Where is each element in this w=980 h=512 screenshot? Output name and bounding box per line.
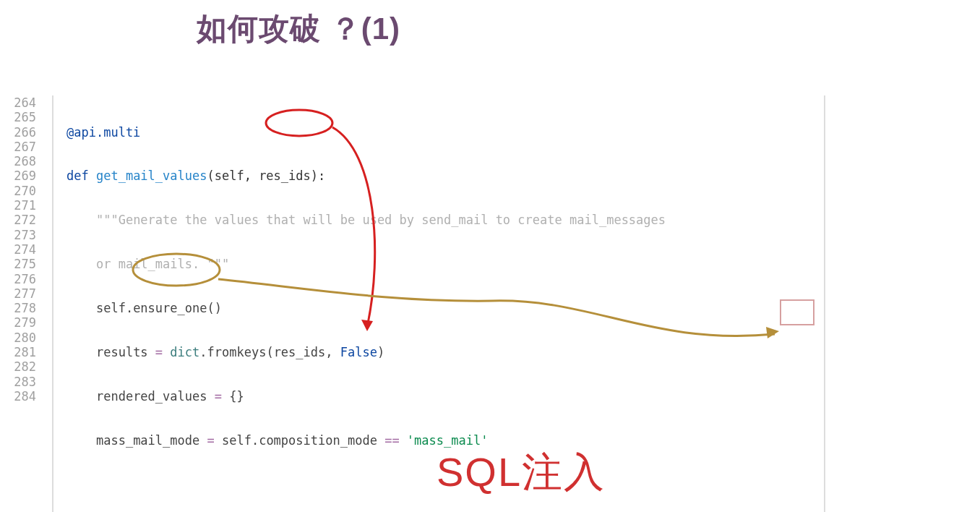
code-line: @api.multi — [66, 125, 824, 140]
line-number: 274 — [9, 242, 45, 257]
line-number: 276 — [9, 272, 45, 286]
line-number: 267 — [9, 140, 45, 154]
line-number: 273 — [9, 228, 45, 242]
line-number: 279 — [9, 315, 45, 330]
code-line: self.ensure_one() — [66, 301, 824, 315]
line-number: 265 — [9, 110, 45, 124]
code-line: results = dict.fromkeys(res_ids, False) — [66, 345, 824, 359]
line-number: 283 — [9, 375, 45, 389]
line-number: 272 — [9, 213, 45, 227]
code-line: or mail_mails. """ — [66, 257, 824, 271]
slide-title: 如何攻破 ？(1) — [197, 9, 400, 49]
code-line: def get_mail_values(self, res_ids): — [66, 168, 824, 183]
line-number: 269 — [9, 168, 45, 183]
line-number: 264 — [9, 95, 45, 110]
line-number: 275 — [9, 257, 45, 271]
line-number: 271 — [9, 198, 45, 213]
line-number: 280 — [9, 330, 45, 345]
line-number: 281 — [9, 345, 45, 359]
line-number: 270 — [9, 184, 45, 198]
line-number: 268 — [9, 154, 45, 168]
line-numbers: 264 265 266 267 268 269 270 271 272 273 … — [9, 95, 45, 404]
slide: 如何攻破 ？(1) 264 265 266 267 268 269 270 27… — [0, 0, 980, 512]
code-line: """Generate the values that will be used… — [66, 213, 824, 227]
line-number: 282 — [9, 359, 45, 374]
line-number: 284 — [9, 389, 45, 404]
line-number: 277 — [9, 286, 45, 301]
sql-injection-label: SQL注入 — [437, 445, 606, 500]
line-number: 278 — [9, 301, 45, 315]
code-line: rendered_values = {} — [66, 389, 824, 404]
line-number: 266 — [9, 125, 45, 140]
